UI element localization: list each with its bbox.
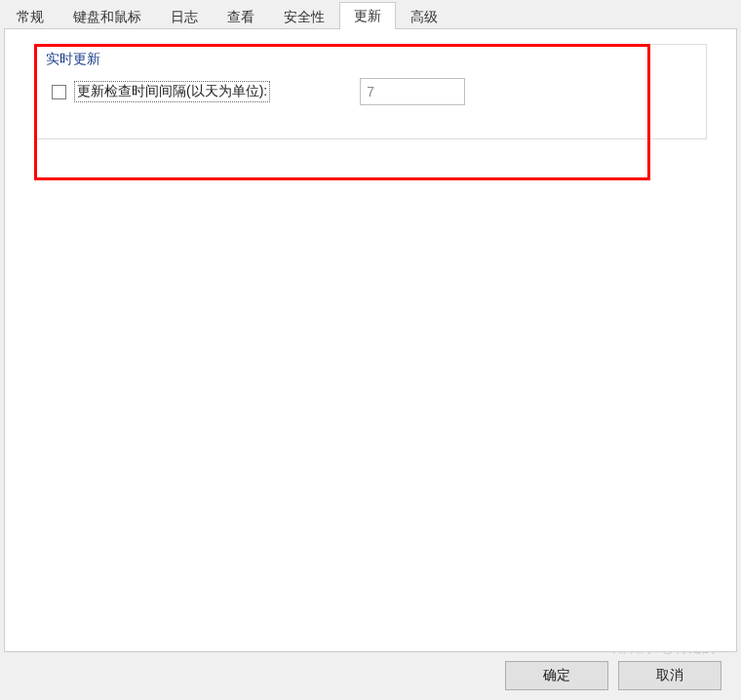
interval-checkbox[interactable] [52,85,66,99]
tab-label: 日志 [171,9,198,26]
ok-button[interactable]: 确定 [505,661,608,690]
dialog-buttons: 确定 取消 [505,661,722,690]
cancel-button[interactable]: 取消 [618,661,722,690]
tab-general[interactable]: 常规 [2,4,58,29]
tab-security[interactable]: 安全性 [269,4,339,29]
tab-advanced[interactable]: 高级 [396,4,452,29]
tab-bar: 常规 键盘和鼠标 日志 查看 安全性 更新 高级 [0,0,741,29]
interval-row: 更新检查时间间隔(以天为单位): [52,78,465,105]
tab-update[interactable]: 更新 [339,2,396,29]
tab-label: 安全性 [284,9,325,26]
tab-label: 高级 [410,9,438,26]
tab-label: 常规 [17,9,44,26]
tab-view[interactable]: 查看 [213,4,269,29]
interval-checkbox-label[interactable]: 更新检查时间间隔(以天为单位): [74,81,270,102]
tab-label: 更新 [354,8,381,25]
tab-label: 查看 [227,9,254,26]
tab-logs[interactable]: 日志 [156,4,213,29]
tab-label: 键盘和鼠标 [73,9,141,26]
tab-content: 实时更新 更新检查时间间隔(以天为单位): [4,28,737,652]
tab-keyboard-mouse[interactable]: 键盘和鼠标 [58,4,156,29]
interval-input[interactable] [360,78,465,105]
group-title-realtime-update: 实时更新 [46,51,100,68]
